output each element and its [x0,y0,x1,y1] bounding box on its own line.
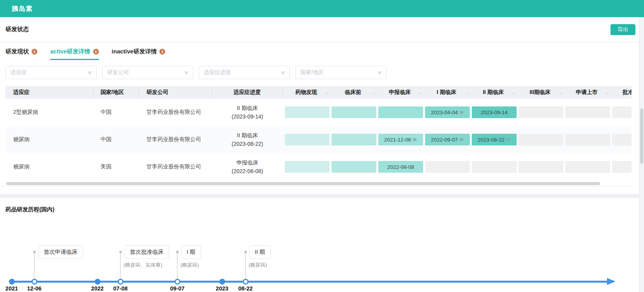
table-header-row: 适应症国家/地区研发公司适应症进度药物发现→临床前→申报临床→I 期临床→II … [5,86,632,99]
stage-col-header: 申请上市→ [563,86,610,99]
timeline-year-dot [219,279,225,285]
stage-bar[interactable]: 2021-12-06 [378,134,423,145]
stage-date: 2022-09-07 [431,137,458,143]
filter-select-1[interactable]: 研发公司∨ [102,66,193,79]
stage-arrow-icon: → [324,90,329,96]
stage-advance-icon [413,138,417,142]
vertical-scrollbar[interactable] [639,17,644,292]
info-icon[interactable]: i [93,49,99,55]
horizontal-scrollbar[interactable] [6,182,600,185]
stage-cell [563,134,610,145]
stage-bar [285,161,330,173]
stage-bar [519,134,563,145]
stage-cell [283,161,330,173]
app-header: 胰岛素 [0,0,644,17]
stage-col-label: 申请上市 [576,89,598,96]
progress-cell: II 期临床(2023-08-22) [212,131,283,148]
tab-0[interactable]: 研发现状i [5,48,37,60]
timeline-title: 药品研发历程(国内) [5,206,644,213]
stage-cell: 2023-08-22 [470,134,517,145]
stage-arrow-icon: → [371,90,376,96]
stage-arrow-icon: → [604,90,609,96]
indication-cell: 2型糖尿病 [5,109,94,116]
stage-col-header: III期临床→ [517,86,563,99]
info-icon[interactable]: i [159,49,165,55]
stage-col-label: 临床前 [345,89,361,96]
stage-cell [517,106,563,118]
stage-col-header: 药物发现→ [283,86,330,99]
stage-cell [376,106,423,118]
timeline-connector [177,252,178,281]
stage-col-header: 临床前→ [330,86,376,99]
company-cell: 甘李药业股份有限公司 [139,163,212,170]
milestone-subtitle: (糖尿病) [180,262,199,269]
stage-cell [517,134,563,145]
filter-select-0[interactable]: 适应症∨ [5,66,97,79]
stage-cell [470,161,517,173]
timeline-label: 2022 [86,285,108,292]
stage-col-label: 申报临床 [389,89,411,96]
stage-bar[interactable]: 2022-09-07 [425,134,470,145]
stage-col-header: II 期临床→ [470,86,517,99]
stage-cell [423,161,470,173]
col-header: 国家/地区 [94,86,139,99]
rd-table: 适应症国家/地区研发公司适应症进度药物发现→临床前→申报临床→I 期临床→II … [5,86,632,181]
tab-active-1[interactable]: active研发详情i [50,48,99,60]
stage-cell [563,106,610,118]
stage-bar[interactable]: 2023-04-04 [425,106,470,118]
timeline-year-dot [9,279,15,285]
stage-col-header: 批准上市→ [610,86,632,99]
stage-advance-icon [460,110,464,114]
timeline-label: 09-07 [166,285,188,292]
vertical-scrollbar-thumb[interactable] [640,108,643,164]
timeline-label: 2023 [211,285,233,292]
timeline-label: 2021 [1,285,23,292]
stage-bar [285,134,330,145]
stage-arrow-icon: → [464,90,469,96]
timeline-connector [34,252,35,281]
col-header: 适应症进度 [212,86,283,99]
stage-arrow-icon: → [417,90,422,96]
filter-placeholder: 国家/地区 [300,69,324,76]
section-separator [0,194,644,198]
stage-cell: 2022-09-07 [423,134,470,145]
timeline-connector [245,252,246,281]
col-header: 适应症 [5,86,94,99]
stage-col-label: III期临床 [529,89,550,96]
timeline-year-dot [95,279,101,285]
progress-stage: II 期临床 [212,131,283,140]
stage-col-header: 申报临床→ [376,86,423,99]
timeline-event-dot [118,279,124,285]
filter-placeholder: 适应症 [11,69,27,76]
timeline-label: 08-22 [235,285,256,292]
stage-arrow-icon: → [558,90,563,96]
table-row: 糖尿病美国甘李药业股份有限公司申报临床(2022-08-08)2022-08-0… [5,153,632,181]
filter-select-3[interactable]: 国家/地区∨ [295,66,386,79]
tab-bar: 研发现状iactive研发详情iinactive研发详情i [0,42,644,60]
page-title: 胰岛素 [12,4,33,13]
stage-cell [563,161,610,173]
stage-bar [565,161,610,173]
stage-bar[interactable]: 2023-08-22 [472,134,517,145]
timeline-connector-dot [33,251,36,253]
milestone-box: I 期 [181,245,201,259]
info-icon[interactable]: i [32,49,37,55]
tab-label: 研发现状 [5,48,29,55]
stage-cell [330,134,376,145]
tab-2[interactable]: inactive研发详情i [112,48,166,60]
stage-bar[interactable]: 2022-08-08 [378,161,423,173]
stage-date: 2022-08-08 [387,164,414,170]
filter-placeholder: 研发公司 [107,69,129,76]
milestone-box: 首次批准临床 [124,245,169,259]
progress-cell: 申报临床(2022-08-08) [212,158,283,175]
stage-date: 2021-12-06 [384,137,411,143]
stage-date: 2023-08-22 [478,137,505,143]
stage-bar[interactable]: 2023-09-14 [472,106,517,118]
export-button[interactable]: 导出 [610,24,635,35]
stage-bar [332,106,376,118]
section-header: 研发状态 导出 [0,17,644,42]
timeline-connector-dot [244,251,247,253]
filter-select-2[interactable]: 适应症进度∨ [199,66,290,79]
tab-label: active研发详情 [50,48,90,55]
chevron-down-icon: ∨ [281,70,285,75]
